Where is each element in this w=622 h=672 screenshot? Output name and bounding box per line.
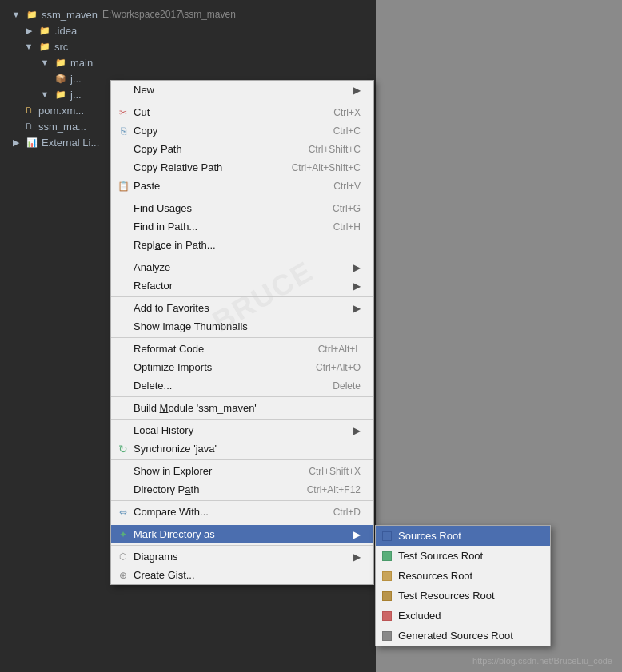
- tree-item-idea[interactable]: ▶ 📁 .idea: [0, 22, 376, 38]
- menu-item-add-favorites[interactable]: Add to Favorites ▶: [111, 299, 373, 317]
- shortcut: Ctrl+G: [309, 203, 361, 214]
- menu-item-copy[interactable]: ⎘ Copy Ctrl+C: [111, 121, 373, 140]
- tree-label: External Li...: [42, 137, 99, 149]
- shortcut: Ctrl+X: [309, 107, 361, 118]
- menu-item-analyze[interactable]: Analyze ▶: [111, 258, 373, 276]
- menu-label: Local History: [134, 424, 193, 436]
- test-resources-root-icon: [381, 590, 393, 602]
- submenu-arrow: ▶: [329, 280, 361, 292]
- submenu-arrow: ▶: [329, 529, 361, 540]
- menu-item-mark-directory[interactable]: ✦ Mark Directory as ▶: [111, 525, 373, 543]
- menu-label: Show Image Thumbnails: [134, 320, 248, 332]
- excluded-icon: [381, 610, 393, 622]
- tree-item-main[interactable]: ▼ 📁 main: [0, 54, 376, 70]
- menu-item-show-explorer[interactable]: Show in Explorer Ctrl+Shift+X: [111, 462, 373, 480]
- menu-item-show-thumbnails[interactable]: Show Image Thumbnails: [111, 317, 373, 336]
- menu-item-optimize[interactable]: Optimize Imports Ctrl+Alt+O: [111, 358, 373, 376]
- context-menu: New ▶ ✂ Cut Ctrl+X ⎘ Copy Ctrl+C Copy Pa…: [110, 80, 374, 585]
- menu-label: Create Gist...: [134, 569, 195, 581]
- tree-item-ssm_maven[interactable]: ▼ 📁 ssm_maven E:\workspace2017\ssm_maven: [0, 6, 376, 22]
- shortcut: Delete: [309, 380, 361, 392]
- shortcut: Ctrl+V: [309, 181, 361, 192]
- tree-label: main: [70, 57, 93, 69]
- shortcut: Ctrl+Shift+C: [285, 144, 361, 155]
- submenu-item-excluded[interactable]: Excluded: [376, 606, 550, 626]
- submenu-arrow: ▶: [329, 85, 361, 96]
- menu-item-replace-in-path[interactable]: Replace in Path...: [111, 236, 373, 254]
- menu-separator: [111, 101, 373, 101]
- menu-label: Replace in Path...: [134, 239, 216, 251]
- submenu-arrow: ▶: [329, 551, 361, 563]
- submenu-arrow: ▶: [329, 425, 361, 436]
- menu-label: Analyze: [134, 261, 170, 273]
- submenu-item-test-sources-root[interactable]: Test Sources Root: [376, 546, 550, 566]
- menu-item-diagrams[interactable]: ⬡ Diagrams ▶: [111, 547, 373, 566]
- menu-item-find-usages[interactable]: Find Usages Ctrl+G: [111, 199, 373, 217]
- menu-item-build-module[interactable]: Build Module 'ssm_maven': [111, 399, 373, 417]
- menu-item-synchronize[interactable]: ↻ Synchronize 'java': [111, 439, 373, 458]
- src-folder-icon: 📁: [38, 40, 51, 53]
- resources-root-icon: [381, 570, 393, 583]
- menu-item-reformat[interactable]: Reformat Code Ctrl+Alt+L: [111, 340, 373, 358]
- jar-icon: 📊: [26, 136, 38, 149]
- submenu-label: Excluded: [398, 610, 441, 622]
- menu-label: Show in Explorer: [134, 465, 212, 477]
- file-icon: 🗋: [22, 120, 35, 133]
- menu-label: Paste: [134, 180, 160, 192]
- menu-item-compare-with[interactable]: ⇔ Compare With... Ctrl+D: [111, 503, 373, 521]
- folder-icon: 📁: [54, 88, 67, 101]
- menu-item-find-in-path[interactable]: Find in Path... Ctrl+H: [111, 217, 373, 236]
- submenu-label: Resources Root: [398, 570, 472, 582]
- tree-item-src[interactable]: ▼ 📁 src: [0, 38, 376, 54]
- menu-item-copy-path[interactable]: Copy Path Ctrl+Shift+C: [111, 140, 373, 158]
- tree-label: j...: [70, 73, 82, 85]
- submenu-label: Test Sources Root: [398, 550, 483, 562]
- generated-sources-icon: [381, 630, 393, 642]
- submenu-item-test-resources-root[interactable]: Test Resources Root: [376, 586, 550, 606]
- tree-path: E:\workspace2017\ssm_maven: [102, 9, 236, 20]
- menu-item-create-gist[interactable]: ⊕ Create Gist...: [111, 566, 373, 584]
- mark-directory-container: ✦ Mark Directory as ▶ Sources Root Test …: [111, 525, 373, 543]
- expand-icon: ▼: [38, 88, 51, 101]
- menu-separator: [111, 197, 373, 197]
- menu-label: Build Module 'ssm_maven': [134, 402, 257, 414]
- menu-separator: [111, 419, 373, 420]
- shortcut: Ctrl+Alt+L: [294, 344, 361, 355]
- mark-dir-icon: ✦: [116, 527, 130, 542]
- submenu-item-generated-sources[interactable]: Generated Sources Root: [376, 626, 550, 646]
- submenu-item-resources-root[interactable]: Resources Root: [376, 566, 550, 586]
- tree-label: .idea: [54, 25, 77, 37]
- menu-item-local-history[interactable]: Local History ▶: [111, 421, 373, 439]
- menu-separator: [111, 337, 373, 338]
- tree-label: j...: [70, 89, 82, 101]
- gist-icon: ⊕: [116, 568, 130, 583]
- shortcut: Ctrl+D: [309, 507, 361, 518]
- diagrams-icon: ⬡: [116, 550, 130, 564]
- expand-icon: ▼: [22, 40, 35, 53]
- expand-icon: ▶: [10, 136, 22, 149]
- menu-item-new[interactable]: New ▶: [111, 81, 373, 99]
- menu-item-directory-path[interactable]: Directory Path Ctrl+Alt+F12: [111, 480, 373, 499]
- test-sources-root-icon: [381, 550, 393, 563]
- menu-item-copy-relative[interactable]: Copy Relative Path Ctrl+Alt+Shift+C: [111, 158, 373, 177]
- shortcut: Ctrl+Alt+O: [292, 362, 361, 373]
- sync-icon: ↻: [116, 442, 130, 456]
- expand-icon: ▼: [38, 56, 51, 69]
- copy-icon: ⎘: [116, 124, 130, 138]
- folder-icon: 📁: [26, 8, 38, 21]
- shortcut: Ctrl+Alt+Shift+C: [268, 162, 361, 173]
- menu-label: Find in Path...: [134, 221, 197, 233]
- submenu-item-sources-root[interactable]: Sources Root: [376, 526, 550, 546]
- menu-item-refactor[interactable]: Refactor ▶: [111, 276, 373, 295]
- menu-label: Copy Relative Path: [134, 161, 222, 173]
- menu-label: Add to Favorites: [134, 302, 209, 314]
- shortcut: Ctrl+C: [309, 125, 361, 137]
- menu-item-paste[interactable]: 📋 Paste Ctrl+V: [111, 177, 373, 195]
- folder-icon: 📁: [54, 56, 67, 69]
- menu-separator: [111, 296, 373, 297]
- url-bar: https://blog.csdn.net/BruceLiu_code: [472, 656, 612, 666]
- menu-item-cut[interactable]: ✂ Cut Ctrl+X: [111, 103, 373, 121]
- menu-label: Directory Path: [134, 483, 199, 495]
- menu-item-delete[interactable]: Delete... Delete: [111, 376, 373, 395]
- compare-icon: ⇔: [116, 505, 130, 519]
